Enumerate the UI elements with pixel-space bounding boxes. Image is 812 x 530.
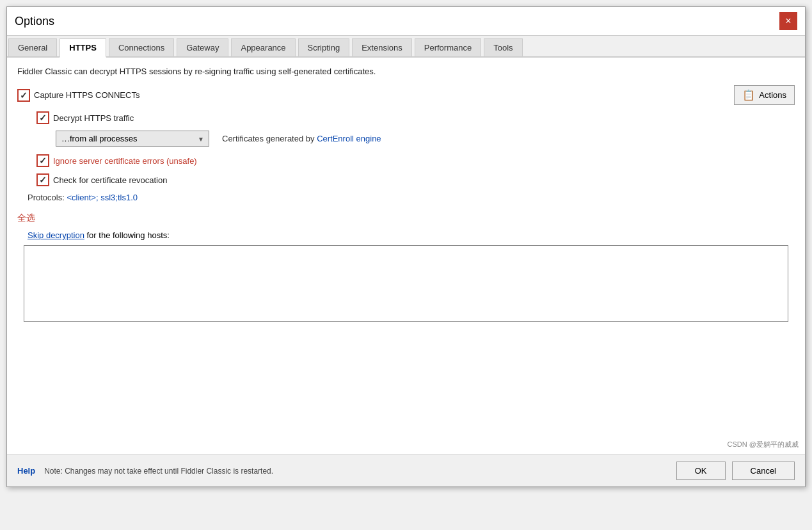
- tab-general[interactable]: General: [8, 38, 57, 56]
- capture-https-checkbox-wrapper: Capture HTTPS CONNECTs: [17, 89, 139, 102]
- decrypt-https-checkbox[interactable]: [36, 111, 49, 124]
- protocols-prefix: Protocols:: [28, 193, 67, 202]
- watermark: CSDN @爱躺平的威威: [728, 440, 799, 449]
- check-revocation-checkbox-wrapper: Check for certificate revocation: [36, 173, 167, 186]
- footer-bar: Help Note: Changes may not take effect u…: [7, 454, 805, 486]
- protocols-row: Protocols: <client>; ssl3;tls1.0: [17, 193, 795, 202]
- decrypt-https-row: Decrypt HTTPS traffic: [36, 111, 795, 124]
- check-revocation-label: Check for certificate revocation: [53, 175, 167, 185]
- certenroll-link[interactable]: CertEnroll engine: [317, 134, 381, 143]
- actions-label: Actions: [759, 90, 786, 100]
- select-all-label[interactable]: 全选: [17, 213, 35, 224]
- decrypt-https-checkbox-wrapper: Decrypt HTTPS traffic: [36, 111, 134, 124]
- process-dropdown[interactable]: …from all processes …from browsers only …: [56, 131, 209, 147]
- ignore-cert-checkbox[interactable]: [36, 154, 49, 167]
- tab-extensions[interactable]: Extensions: [352, 38, 412, 56]
- ignore-cert-checkbox-wrapper: Ignore server certificate errors (unsafe…: [36, 154, 197, 167]
- footer-note: Note: Changes may not take effect until …: [44, 467, 667, 476]
- content-area: Fiddler Classic can decrypt HTTPS sessio…: [7, 58, 805, 454]
- tab-gateway[interactable]: Gateway: [177, 38, 228, 56]
- actions-button[interactable]: 📋 Actions: [734, 85, 795, 105]
- skip-decryption-suffix: for the following hosts:: [84, 230, 170, 240]
- ok-button[interactable]: OK: [676, 462, 726, 480]
- cert-info: Certificates generated by CertEnroll eng…: [222, 134, 381, 143]
- tab-tools[interactable]: Tools: [484, 38, 522, 56]
- help-link[interactable]: Help: [17, 466, 35, 476]
- tab-appearance[interactable]: Appearance: [231, 38, 295, 56]
- tab-performance[interactable]: Performance: [415, 38, 481, 56]
- capture-https-label: Capture HTTPS CONNECTs: [34, 90, 139, 100]
- tab-https[interactable]: HTTPS: [60, 38, 106, 58]
- ignore-cert-row: Ignore server certificate errors (unsafe…: [36, 154, 795, 167]
- tab-connections[interactable]: Connections: [109, 38, 174, 56]
- ignore-cert-label: Ignore server certificate errors (unsafe…: [53, 156, 197, 166]
- process-dropdown-row: …from all processes …from browsers only …: [56, 131, 795, 147]
- hosts-textarea[interactable]: [24, 245, 788, 322]
- skip-decryption-row: Skip decryption for the following hosts:: [17, 230, 795, 240]
- actions-icon: 📋: [742, 89, 755, 101]
- description-text: Fiddler Classic can decrypt HTTPS sessio…: [17, 67, 795, 76]
- capture-https-row: Capture HTTPS CONNECTs 📋 Actions: [17, 85, 795, 105]
- cert-info-prefix: Certificates generated by: [222, 134, 317, 143]
- decrypt-https-label: Decrypt HTTPS traffic: [53, 113, 134, 123]
- check-revocation-row: Check for certificate revocation: [36, 173, 795, 186]
- close-button[interactable]: ×: [779, 12, 797, 30]
- footer-buttons: OK Cancel: [676, 462, 795, 480]
- process-dropdown-container: …from all processes …from browsers only …: [56, 131, 209, 147]
- options-window: Options × General HTTPS Connections Gate…: [6, 6, 806, 487]
- window-title: Options: [15, 15, 54, 28]
- skip-decryption-link[interactable]: Skip decryption: [28, 230, 84, 240]
- cancel-button[interactable]: Cancel: [732, 462, 795, 480]
- tabs-bar: General HTTPS Connections Gateway Appear…: [7, 36, 805, 58]
- check-revocation-checkbox[interactable]: [36, 173, 49, 186]
- title-bar: Options ×: [7, 7, 805, 36]
- tab-scripting[interactable]: Scripting: [298, 38, 350, 56]
- protocols-link[interactable]: <client>; ssl3;tls1.0: [67, 193, 138, 202]
- capture-https-checkbox[interactable]: [17, 89, 30, 102]
